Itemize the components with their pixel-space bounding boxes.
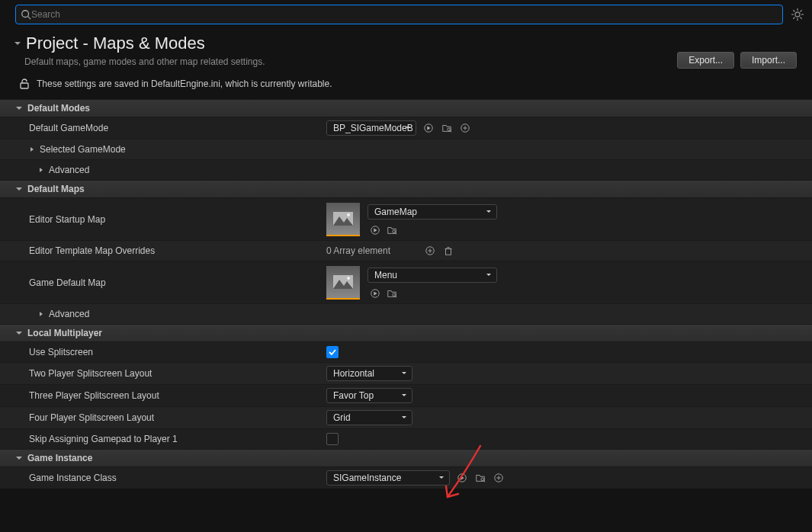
label-game-instance-class: Game Instance Class (0, 473, 320, 483)
svg-point-32 (393, 293, 396, 296)
label-three-player-layout: Three Player Splitscreen Layout (0, 390, 320, 401)
chevron-right-icon (38, 311, 44, 317)
chevron-down-icon (401, 415, 407, 421)
dropdown-editor-startup-map[interactable]: GameMap (367, 204, 497, 220)
page-title: Project - Maps & Modes (26, 34, 205, 53)
section-game-instance[interactable]: Game Instance (0, 449, 812, 466)
section-local-multiplayer[interactable]: Local Multiplayer (0, 324, 812, 341)
svg-point-21 (393, 230, 396, 233)
dropdown-value: Horizontal (333, 368, 374, 379)
dropdown-three-player-layout[interactable]: Favor Top (326, 388, 412, 403)
section-default-modes[interactable]: Default Modes (0, 99, 812, 117)
section-label: Game Instance (27, 453, 92, 463)
svg-rect-26 (446, 248, 451, 255)
use-selected-icon[interactable] (456, 472, 468, 484)
chevron-down-icon (438, 475, 445, 481)
dropdown-value: GameMap (374, 207, 417, 217)
chevron-down-icon (15, 185, 23, 193)
dropdown-value: BP_SIGameModeB (333, 123, 413, 133)
svg-line-9 (793, 18, 794, 19)
chevron-down-icon (15, 329, 23, 337)
label-game-default-map: Game Default Map (0, 277, 320, 288)
chevron-down-icon (15, 454, 23, 462)
map-thumbnail[interactable] (326, 203, 360, 236)
row-label: Selected GameMode (40, 144, 126, 155)
dropdown-game-instance-class[interactable]: SIGameInstance (326, 470, 450, 486)
search-box[interactable] (15, 5, 783, 24)
search-icon (21, 9, 31, 20)
label-editor-startup-map: Editor Startup Map (0, 214, 320, 225)
row-label: Advanced (49, 309, 89, 319)
svg-line-22 (395, 232, 396, 234)
svg-point-0 (22, 11, 29, 18)
checkbox-skip-gamepad[interactable] (326, 433, 339, 445)
chevron-down-icon (405, 125, 411, 131)
label-use-splitscreen: Use Splitscreen (0, 347, 320, 357)
use-selected-icon[interactable] (369, 287, 381, 300)
dropdown-four-player-layout[interactable]: Grid (326, 410, 412, 425)
label-skip-gamepad: Skip Assigning Gamepad to Player 1 (0, 434, 320, 444)
svg-line-1 (28, 17, 31, 20)
svg-rect-11 (21, 83, 28, 88)
add-element-icon[interactable] (424, 245, 436, 257)
use-selected-icon[interactable] (422, 122, 435, 134)
svg-point-13 (448, 128, 451, 131)
chevron-down-icon (486, 209, 492, 215)
label-editor-template-overrides: Editor Template Map Overrides (0, 245, 320, 256)
page-description: Default maps, game modes and other map r… (24, 56, 677, 67)
checkbox-use-splitscreen[interactable] (326, 346, 339, 358)
add-icon[interactable] (459, 122, 471, 134)
dropdown-value: SIGameInstance (333, 473, 401, 483)
collapse-icon[interactable] (14, 40, 21, 47)
section-default-maps[interactable]: Default Maps (0, 180, 812, 197)
import-button[interactable]: Import... (740, 52, 797, 69)
label-default-gamemode: Default GameMode (0, 123, 320, 133)
svg-line-10 (801, 10, 802, 11)
section-label: Default Maps (27, 184, 85, 194)
search-input[interactable] (31, 9, 778, 20)
svg-line-8 (801, 18, 802, 19)
row-label: Advanced (49, 165, 89, 175)
chevron-down-icon (401, 393, 407, 399)
browse-icon[interactable] (474, 472, 486, 484)
check-icon (329, 348, 336, 356)
chevron-right-icon (29, 146, 35, 152)
export-button[interactable]: Export... (677, 52, 734, 69)
label-advanced-maps[interactable]: Advanced (0, 309, 320, 319)
chevron-down-icon (15, 104, 23, 112)
label-four-player-layout: Four Player Splitscreen Layout (0, 412, 320, 423)
svg-point-19 (347, 213, 350, 216)
dropdown-default-gamemode[interactable]: BP_SIGameModeB (326, 120, 416, 136)
browse-icon[interactable] (441, 122, 453, 134)
dropdown-two-player-layout[interactable]: Horizontal (326, 366, 412, 381)
dropdown-value: Favor Top (333, 390, 374, 401)
svg-line-33 (395, 296, 396, 297)
browse-icon[interactable] (386, 287, 398, 300)
dropdown-value: Menu (374, 270, 397, 280)
svg-point-35 (481, 478, 484, 481)
chevron-down-icon (401, 370, 407, 377)
svg-line-7 (793, 10, 794, 11)
svg-point-30 (347, 277, 350, 280)
dropdown-game-default-map[interactable]: Menu (367, 268, 497, 283)
gear-icon[interactable] (791, 8, 804, 21)
browse-icon[interactable] (386, 224, 398, 236)
label-two-player-layout: Two Player Splitscreen Layout (0, 368, 320, 379)
map-thumbnail[interactable] (326, 266, 360, 300)
add-icon[interactable] (493, 472, 505, 484)
svg-line-36 (483, 481, 485, 482)
section-label: Local Multiplayer (27, 328, 102, 338)
chevron-right-icon (38, 167, 44, 173)
use-selected-icon[interactable] (369, 224, 381, 236)
svg-line-14 (450, 131, 451, 133)
section-label: Default Modes (27, 103, 90, 114)
dropdown-value: Grid (333, 412, 351, 423)
svg-point-2 (795, 12, 800, 17)
unlocked-icon (18, 78, 30, 90)
label-selected-gamemode[interactable]: Selected GameMode (0, 144, 320, 155)
label-advanced-modes[interactable]: Advanced (0, 165, 320, 175)
clear-array-icon[interactable] (442, 245, 454, 257)
chevron-down-icon (486, 272, 492, 278)
array-count: 0 Array element (326, 245, 418, 256)
notice-text: These settings are saved in DefaultEngin… (37, 79, 332, 89)
